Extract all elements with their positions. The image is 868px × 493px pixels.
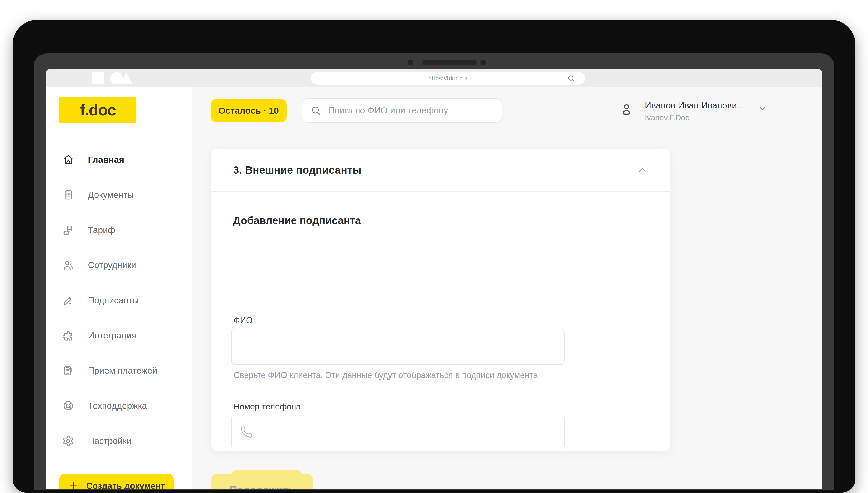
laptop-mockup: https://fdoc.ru/ f.doc xyxy=(0,0,868,493)
create-document-button[interactable]: Создать документ xyxy=(59,474,173,489)
fio-label: ФИО xyxy=(234,316,253,325)
sidebar-item-employees[interactable]: Сотрудники xyxy=(62,255,136,276)
laptop-frame: https://fdoc.ru/ f.doc xyxy=(13,20,855,493)
continue-button[interactable]: Продолжить xyxy=(211,474,313,489)
sidebar-item-documents[interactable]: Документы xyxy=(62,185,134,205)
home-icon xyxy=(62,154,74,166)
sidebar-item-integration[interactable]: Интеграция xyxy=(62,325,136,346)
sidebar: f.doc Главная xyxy=(46,87,192,489)
user-icon xyxy=(619,102,634,116)
sidebar-item-label: Прием платежей xyxy=(88,366,157,376)
sidebar-item-label: Документы xyxy=(88,190,134,200)
sidebar-item-support[interactable]: Техподдержка xyxy=(62,395,147,416)
gear-icon xyxy=(62,435,74,447)
phone-field[interactable] xyxy=(231,415,565,449)
sidebar-item-label: Тариф xyxy=(88,225,115,235)
sidebar-item-label: Подписанты xyxy=(88,295,139,305)
search-box[interactable] xyxy=(302,98,502,123)
address-search-icon[interactable] xyxy=(567,74,575,83)
payment-terminal-icon xyxy=(62,365,74,377)
sidebar-item-label: Интеграция xyxy=(88,330,136,341)
sidebar-item-label: Главная xyxy=(88,155,124,165)
create-document-label: Создать документ xyxy=(86,481,165,490)
user-account: Ivanov.F.Doc xyxy=(645,113,744,122)
sidebar-item-label: Сотрудники xyxy=(88,260,136,270)
phone-label: Номер телефона xyxy=(234,402,301,411)
sidebar-item-label: Техподдержка xyxy=(88,401,147,411)
document-icon xyxy=(62,189,74,201)
window-square-icon[interactable] xyxy=(92,72,104,84)
user-profile[interactable]: Иванов Иван Иванови... Ivanov.F.Doc xyxy=(619,100,768,122)
fio-field[interactable] xyxy=(231,329,565,365)
fio-input[interactable] xyxy=(232,329,564,364)
phone-icon xyxy=(240,426,252,438)
sidebar-item-label: Настройки xyxy=(88,436,131,446)
user-info: Иванов Иван Иванови... Ivanov.F.Doc xyxy=(645,100,744,122)
form-title: Добавление подписанта xyxy=(233,214,361,227)
window-controls[interactable] xyxy=(92,72,132,84)
logo-text: f.doc xyxy=(80,101,116,119)
camera-dot-left xyxy=(408,60,413,65)
chevron-up-icon[interactable] xyxy=(636,164,648,176)
section-title: 3. Внешние подписанты xyxy=(233,164,362,176)
signature-icon xyxy=(62,295,74,306)
divider xyxy=(211,191,670,192)
external-signers-card: 3. Внешние подписанты Добавление подписа… xyxy=(211,149,670,451)
camera-cluster xyxy=(13,54,855,70)
search-input[interactable] xyxy=(328,105,493,115)
camera-slot xyxy=(422,60,477,65)
people-icon xyxy=(62,259,74,271)
window-circle-icon[interactable] xyxy=(110,72,123,84)
sidebar-item-home[interactable]: Главная xyxy=(62,150,124,170)
fio-hint: Сверьте ФИО клиента. Эти данные будут от… xyxy=(234,370,538,380)
sidebar-item-signers[interactable]: Подписанты xyxy=(62,290,139,310)
app-content: f.doc Главная xyxy=(46,87,822,489)
sidebar-item-tariff[interactable]: Тариф xyxy=(62,220,115,240)
puzzle-icon xyxy=(62,329,74,341)
browser-toolbar: https://fdoc.ru/ xyxy=(46,69,822,87)
chevron-down-icon[interactable] xyxy=(757,103,768,114)
plus-icon xyxy=(68,481,79,489)
address-bar[interactable]: https://fdoc.ru/ xyxy=(311,72,585,85)
sidebar-item-settings[interactable]: Настройки xyxy=(62,431,131,451)
fdoc-logo[interactable]: f.doc xyxy=(59,97,136,123)
phone-input[interactable] xyxy=(252,415,564,449)
url-text: https://fdoc.ru/ xyxy=(428,75,467,82)
sidebar-item-payments[interactable]: Прием платежей xyxy=(62,360,157,381)
lifebuoy-icon xyxy=(62,400,74,412)
browser-window: https://fdoc.ru/ f.doc xyxy=(46,69,822,489)
remaining-badge-text: Осталось · 10 xyxy=(218,106,279,116)
search-icon xyxy=(311,105,321,116)
card-header[interactable]: 3. Внешние подписанты xyxy=(211,149,670,191)
camera-dot-right xyxy=(480,60,486,65)
remaining-badge: Осталось · 10 xyxy=(211,99,287,122)
coins-icon xyxy=(62,224,74,236)
user-name: Иванов Иван Иванови... xyxy=(645,100,744,111)
